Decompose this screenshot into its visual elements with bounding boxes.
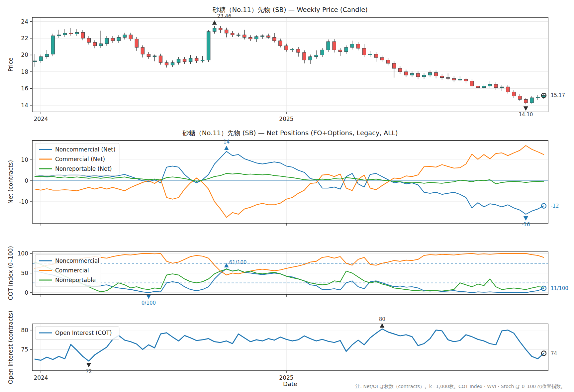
legend-label: Commercial — [55, 267, 89, 274]
y-axis-label: Open Interest (contracts) — [7, 311, 14, 384]
annotation-0100: 0/100 — [142, 295, 156, 306]
legend: NoncommercialCommercialNonreportable — [35, 254, 101, 287]
candle-up — [350, 44, 354, 48]
x-tick-label: 2024 — [34, 116, 48, 122]
annotation-text: 14 — [223, 139, 230, 145]
candle-up — [482, 86, 486, 88]
x-axis-label: Date — [283, 380, 297, 387]
candle-up — [536, 97, 539, 98]
annotation-text: 74 — [551, 350, 557, 356]
candle-down — [87, 38, 90, 43]
candle-up — [327, 42, 330, 50]
marker-triangle-down — [146, 295, 151, 299]
candle-down — [386, 60, 390, 63]
cot-dashboard-figure: 24222018161420242025砂糖（No.11）先物 (SB) — W… — [0, 0, 574, 392]
annotation-text: 15.17 — [551, 92, 565, 98]
y-axis-label: Price — [7, 57, 14, 72]
candle-down — [374, 54, 378, 57]
annotation-text: 72 — [86, 368, 92, 374]
annotation-72: 72 — [86, 363, 92, 374]
y-tick-label: 80 — [21, 327, 28, 334]
candle-down — [362, 48, 366, 55]
candle-down — [518, 96, 522, 99]
panel-title: 砂糖（No.11）先物 (SB) — Weekly Price (Candle) — [212, 6, 368, 14]
legend-label: Open Interest (COT) — [55, 330, 112, 336]
y-tick-label: 14 — [21, 102, 28, 109]
y-tick-label: 0 — [25, 177, 28, 184]
candle-up — [177, 59, 180, 62]
y-tick-label: 22 — [21, 35, 28, 42]
candle-up — [291, 49, 294, 50]
annotation-80: 80 — [379, 316, 385, 328]
candle-up — [63, 33, 66, 35]
candle-down — [470, 81, 474, 86]
panel-border — [32, 17, 548, 112]
candle-up — [171, 62, 174, 65]
candle-up — [33, 61, 37, 62]
candle-down — [434, 72, 437, 76]
annotation-23.46: 23.46 — [212, 13, 232, 25]
x-tick-label: 2025 — [279, 374, 293, 381]
x-tick-label: 2024 — [34, 374, 48, 381]
candle-down — [380, 57, 384, 60]
candle-down — [446, 78, 449, 79]
x-tick-label: 2025 — [279, 116, 293, 122]
annotation-text: 61/100 — [229, 259, 247, 265]
candle-up — [368, 54, 372, 55]
marker-triangle-down — [86, 363, 91, 367]
y-axis-label: COT Index (0–100) — [7, 246, 14, 300]
candle-down — [524, 99, 527, 103]
y-tick-label: 10 — [21, 156, 28, 163]
candle-up — [117, 38, 120, 41]
series-nonreportable — [35, 262, 544, 292]
candle-down — [273, 38, 276, 41]
marker-triangle-down — [524, 216, 528, 221]
legend-label: Nonreportable — [55, 277, 96, 283]
candle-up — [57, 35, 60, 36]
candle-up — [428, 72, 431, 75]
candle-up — [458, 79, 461, 80]
candle-down — [165, 62, 168, 65]
candle-up — [45, 54, 48, 57]
candle-down — [219, 28, 222, 30]
candle-up — [237, 35, 240, 36]
candle-down — [333, 42, 336, 50]
annotation-text: -12 — [551, 203, 559, 209]
candle-up — [261, 36, 264, 37]
annotation-text: -16 — [522, 222, 530, 228]
candle-down — [356, 44, 360, 49]
series-layer — [33, 26, 545, 104]
annotation-text: 14.10 — [519, 112, 533, 118]
annotation-text: 11/100 — [551, 285, 568, 291]
candle-down — [476, 86, 480, 88]
legend-label: Commercial (Net) — [55, 156, 105, 162]
candle-down — [398, 68, 402, 72]
y-axis-label: Net (contracts) — [7, 160, 14, 204]
annotation-14.10: 14.10 — [519, 106, 533, 118]
y-tick-label: 20 — [21, 51, 28, 58]
candle-up — [99, 44, 102, 46]
candle-down — [512, 92, 516, 96]
annotation-text: 0/100 — [142, 300, 156, 306]
panel-title: 砂糖（No.11）先物 (SB) — Net Positions (FO+Opt… — [182, 129, 398, 137]
series-noncommercial — [35, 269, 544, 293]
y-tick-label: 18 — [21, 68, 28, 75]
candle-down — [141, 48, 144, 54]
candle-down — [243, 35, 246, 38]
candle-down — [183, 59, 186, 62]
candle-down — [195, 58, 198, 61]
candle-up — [321, 50, 324, 55]
candle-down — [135, 39, 138, 48]
annotation-text: 80 — [379, 316, 385, 322]
annotation--16: -16 — [522, 216, 530, 228]
candle-up — [123, 35, 126, 38]
candle-up — [315, 55, 318, 56]
legend: Noncommercial (Net)Commercial (Net)Nonre… — [35, 143, 119, 175]
series-commercial — [35, 253, 544, 275]
candle-up — [39, 57, 43, 61]
candle-down — [416, 73, 420, 77]
candle-up — [500, 87, 504, 88]
footnote: 注: Net/OI は枚数（contracts）。k=1,000枚。COT In… — [355, 384, 565, 389]
candle-up — [410, 73, 414, 75]
marker-triangle-up — [212, 20, 217, 25]
